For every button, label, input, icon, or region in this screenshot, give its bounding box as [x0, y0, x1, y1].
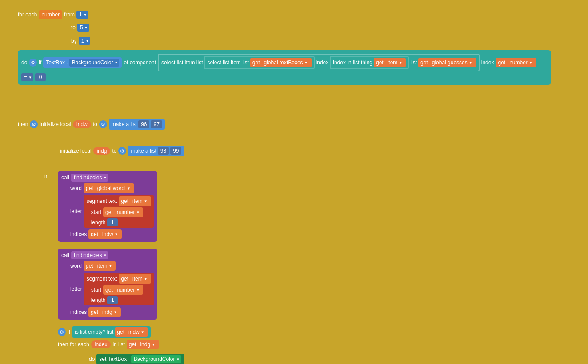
global-guesses-dropdown[interactable]: global guesses	[429, 59, 474, 67]
to-value-dropdown[interactable]: 5	[77, 24, 89, 32]
textbox-label: TextBox	[46, 59, 65, 66]
call1-word-label: word	[70, 185, 82, 191]
get-label-3: get	[420, 59, 428, 66]
call2-indices-row: indices get indg	[70, 307, 154, 317]
get-global-guesses: get global guesses	[418, 58, 476, 67]
indg-var: indg	[93, 147, 111, 155]
make-list-2: make a list 98 99	[128, 146, 184, 156]
init-local-label-2: initialize local	[60, 148, 92, 154]
call1-number-dropdown[interactable]: number	[114, 208, 141, 216]
call1-get-indw: get indw	[88, 229, 121, 239]
do-label: do	[21, 59, 27, 66]
call1-get3: get	[105, 209, 113, 215]
then2-get-label: get	[129, 341, 136, 348]
call2-word-row: word get item	[70, 261, 154, 271]
get-label-2: get	[376, 59, 384, 66]
call2-length-label: length	[91, 297, 106, 303]
call1-segment-block: segment text get item start get number	[84, 195, 154, 228]
call2-item-dropdown[interactable]: item	[95, 262, 114, 270]
then2-foreach-label: for each	[70, 341, 89, 348]
val-98: 98	[158, 147, 169, 155]
call2-get-item2: get item	[119, 274, 151, 284]
call2-call-label: call	[61, 252, 69, 258]
call2-len-val: 1	[107, 296, 118, 304]
call1-length-label: length	[91, 219, 106, 226]
call2-number-dropdown[interactable]: number	[114, 286, 141, 294]
select-list-item-2: select list item list get global textBox…	[204, 56, 314, 69]
from-value-dropdown[interactable]: 1	[76, 11, 88, 19]
global-textboxes-dropdown[interactable]: global textBoxes	[261, 59, 309, 67]
call1-start-label: start	[91, 209, 101, 215]
to-label-2: to	[112, 148, 116, 154]
if2-get-indw: get indw	[115, 327, 148, 337]
number-dropdown[interactable]: number	[507, 59, 534, 67]
call2-segment-label: segment text	[87, 276, 117, 282]
makelist-gear-2[interactable]: ⚙	[118, 147, 126, 155]
call2-letter-row: letter segment text get item start get	[70, 273, 154, 305]
to-label: to	[71, 24, 76, 31]
do2-label: do	[89, 356, 95, 362]
init-indg-row: initialize local indg to ⚙ make a list 9…	[60, 146, 184, 156]
make-a-list-label-1: make a list	[112, 121, 137, 127]
call2-get4: get	[91, 309, 98, 315]
in-label-row: in	[44, 173, 48, 179]
select-list-item-1-label: select list item list	[161, 59, 203, 66]
then2-row: then for each index in list get indg	[58, 340, 159, 349]
call1-segment-header: segment text get item	[87, 196, 151, 206]
makelist-gear-1[interactable]: ⚙	[99, 120, 107, 128]
call1-letter-row: letter segment text get item start get	[70, 195, 154, 228]
then2-in-label: in list	[112, 341, 124, 348]
call2-block: call findindecies word get item letter s…	[58, 249, 157, 320]
then2-indg-dropdown[interactable]: indg	[137, 340, 156, 348]
by-value-dropdown[interactable]: 1	[79, 37, 91, 45]
index-label-2: index	[481, 59, 494, 66]
index-label-1: index	[316, 59, 329, 66]
do2-bgcolor-dropdown[interactable]: BackgroundColor	[131, 355, 181, 363]
call1-len-val: 1	[107, 218, 118, 226]
zero-badge: 0	[35, 73, 46, 81]
set-textbox-label: set TextBox	[99, 356, 127, 362]
is-list-empty-block: is list empty? list get indw	[72, 326, 151, 338]
call1-word-row: word get global wordl	[70, 183, 154, 193]
then-label-1: then	[18, 121, 28, 127]
call1-get4: get	[91, 231, 98, 237]
workspace: for each number from 1 to 5 by 1 do ⚙ if…	[0, 0, 588, 364]
eq-dropdown[interactable]: =	[21, 73, 33, 81]
val-97: 97	[151, 120, 162, 128]
call1-indw-dropdown[interactable]: indw	[100, 230, 120, 238]
of-component-label: of component	[124, 59, 156, 66]
call1-item-dropdown[interactable]: item	[130, 197, 149, 205]
list-label: list	[410, 59, 417, 66]
if2-gear[interactable]: ⚙	[58, 328, 66, 336]
then-gear-1[interactable]: ⚙	[30, 120, 38, 128]
by-label: by	[71, 38, 77, 44]
call2-indg-dropdown[interactable]: indg	[100, 308, 119, 316]
select-list-item-2-label: select list item list	[207, 59, 248, 66]
foreach-by-row: by 1	[71, 37, 90, 45]
val-96: 96	[138, 120, 149, 128]
call2-item-dropdown2[interactable]: item	[130, 275, 149, 283]
call2-segment-block: segment text get item start get number	[84, 273, 154, 305]
item-dropdown-1[interactable]: item	[385, 59, 404, 67]
call1-get-number: get number	[103, 207, 143, 217]
call1-indices-row: indices get indw	[70, 229, 154, 239]
then-init-indw-row: then ⚙ initialize local indw to ⚙ make a…	[18, 119, 165, 130]
to-label-1: to	[93, 121, 97, 127]
call1-func-dropdown[interactable]: findindecies	[71, 174, 108, 182]
foreach-label: for each	[18, 12, 37, 18]
call1-start-row: start get number	[91, 207, 151, 217]
do-if-header: do ⚙ if TextBox · BackgroundColor of com…	[21, 54, 548, 81]
do-gear-icon[interactable]: ⚙	[29, 59, 37, 67]
index-in-list-block: index in list thing get item	[330, 56, 409, 69]
call1-letter-label: letter	[70, 208, 82, 214]
call1-block: call findindecies word get global wordl …	[58, 171, 157, 242]
bgcolor-dropdown[interactable]: BackgroundColor	[69, 59, 120, 67]
call1-segment-label: segment text	[87, 198, 117, 204]
init-local-label-1: initialize local	[40, 121, 71, 127]
then2-index-var: index	[91, 340, 111, 348]
call2-func-dropdown[interactable]: findindecies	[71, 251, 108, 259]
call1-wordl-dropdown[interactable]: global wordl	[95, 184, 132, 192]
if2-get-label: get	[117, 329, 124, 335]
call2-header: call findindecies	[61, 251, 154, 259]
if2-indw-dropdown[interactable]: indw	[126, 328, 146, 336]
